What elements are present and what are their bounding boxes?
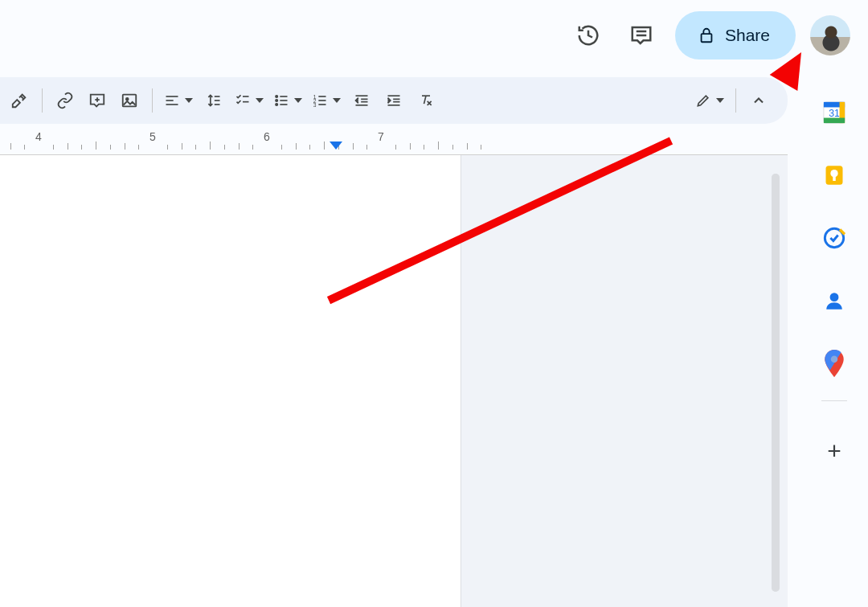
svg-point-18 xyxy=(276,100,278,102)
share-button[interactable]: Share xyxy=(675,11,796,59)
formatting-toolbar: 1 2 3 xyxy=(0,77,788,124)
svg-text:3: 3 xyxy=(313,102,317,108)
ruler-tick xyxy=(138,145,139,150)
history-icon xyxy=(576,23,600,47)
svg-point-49 xyxy=(830,293,839,301)
ruler-number: 5 xyxy=(149,130,156,143)
document-canvas-area xyxy=(0,154,788,607)
ruler-tick xyxy=(410,143,411,150)
highlight-color-button[interactable] xyxy=(3,84,35,117)
ruler-tick xyxy=(53,145,54,150)
ruler-tick xyxy=(125,143,125,150)
ruler-tick xyxy=(481,145,481,150)
decrease-indent-button[interactable] xyxy=(346,84,378,117)
svg-text:31: 31 xyxy=(829,108,840,119)
chevron-down-icon xyxy=(716,98,724,103)
maps-icon xyxy=(824,350,845,377)
chevron-up-icon xyxy=(751,92,767,109)
highlighter-icon xyxy=(10,92,28,109)
ruler-tick xyxy=(281,145,282,150)
numbered-list-icon: 1 2 3 xyxy=(312,92,328,109)
line-spacing-icon xyxy=(206,92,222,109)
maps-app-button[interactable] xyxy=(821,351,847,376)
ruler-tick xyxy=(353,143,354,150)
ruler-tick xyxy=(252,145,253,150)
add-comment-button[interactable] xyxy=(81,84,113,117)
version-history-button[interactable] xyxy=(569,16,608,55)
ruler-tick xyxy=(395,145,396,150)
share-button-label: Share xyxy=(725,26,770,45)
contacts-app-button[interactable] xyxy=(821,288,847,314)
ruler-tick xyxy=(182,143,182,150)
ruler-tick xyxy=(10,143,11,150)
calendar-app-button[interactable]: 31 xyxy=(821,100,847,125)
chevron-down-icon xyxy=(185,98,193,103)
svg-point-45 xyxy=(830,170,837,177)
ruler-tick xyxy=(438,141,439,150)
ruler-tick xyxy=(467,143,468,150)
insert-image-button[interactable] xyxy=(113,84,145,117)
vertical-scrollbar[interactable] xyxy=(772,174,780,592)
ruler-tick xyxy=(224,145,225,150)
vertical-scrollbar-thumb[interactable] xyxy=(772,174,780,592)
clear-formatting-button[interactable] xyxy=(410,84,442,117)
line-spacing-button[interactable] xyxy=(198,84,230,117)
ruler-number: 4 xyxy=(35,130,42,143)
ruler-tick xyxy=(68,143,68,150)
account-avatar-button[interactable] xyxy=(810,15,850,55)
lock-icon xyxy=(698,27,715,44)
horizontal-ruler[interactable]: 4567 xyxy=(0,132,788,154)
insert-link-button[interactable] xyxy=(49,84,81,117)
increase-indent-icon xyxy=(386,92,402,109)
ruler-tick xyxy=(110,145,111,150)
clear-formatting-icon xyxy=(418,92,434,109)
open-comments-button[interactable] xyxy=(622,16,661,55)
checklist-button[interactable] xyxy=(230,84,268,117)
ruler-tick xyxy=(424,145,424,150)
pencil-icon xyxy=(695,92,711,109)
ruler-number: 6 xyxy=(264,130,270,143)
tasks-icon xyxy=(823,227,845,249)
ruler-tick xyxy=(239,143,240,150)
align-left-icon xyxy=(164,92,180,109)
increase-indent-button[interactable] xyxy=(378,84,410,117)
chevron-down-icon xyxy=(294,98,302,103)
numbered-list-button[interactable]: 1 2 3 xyxy=(307,84,346,117)
bulleted-list-icon xyxy=(273,92,289,109)
calendar-icon: 31 xyxy=(822,100,846,125)
ruler-tick xyxy=(309,145,310,150)
document-page[interactable] xyxy=(0,155,461,607)
right-indent-marker[interactable] xyxy=(330,141,342,150)
collapse-toolbar-button[interactable] xyxy=(743,84,775,117)
header-bar: Share xyxy=(0,0,868,71)
ruler-tick xyxy=(195,145,196,150)
get-addons-button[interactable]: + xyxy=(821,438,847,464)
ruler-tick xyxy=(167,145,168,150)
editing-mode-button[interactable] xyxy=(690,84,729,117)
keep-icon xyxy=(823,164,845,187)
side-panel: 31 + xyxy=(800,90,868,607)
ruler-tick xyxy=(210,141,211,150)
ruler-tick xyxy=(324,141,325,150)
tasks-app-button[interactable] xyxy=(821,225,847,251)
contacts-icon xyxy=(824,290,845,311)
svg-point-6 xyxy=(126,98,129,100)
ruler-tick xyxy=(96,141,96,150)
svg-rect-46 xyxy=(833,176,836,181)
ruler-tick xyxy=(81,145,82,150)
toolbar-separator xyxy=(42,88,43,113)
ruler-tick xyxy=(452,145,453,150)
comment-icon xyxy=(629,23,653,47)
checklist-icon xyxy=(235,92,251,109)
ruler-number: 7 xyxy=(378,130,384,143)
svg-point-16 xyxy=(276,96,278,98)
keep-app-button[interactable] xyxy=(821,162,847,188)
image-icon xyxy=(121,92,138,109)
ruler-tick xyxy=(296,143,297,150)
toolbar-separator xyxy=(152,88,153,113)
bulleted-list-button[interactable] xyxy=(268,84,307,117)
ruler-tick xyxy=(366,145,367,150)
add-comment-icon xyxy=(88,92,106,109)
align-button[interactable] xyxy=(159,84,198,117)
chevron-down-icon xyxy=(333,98,341,103)
